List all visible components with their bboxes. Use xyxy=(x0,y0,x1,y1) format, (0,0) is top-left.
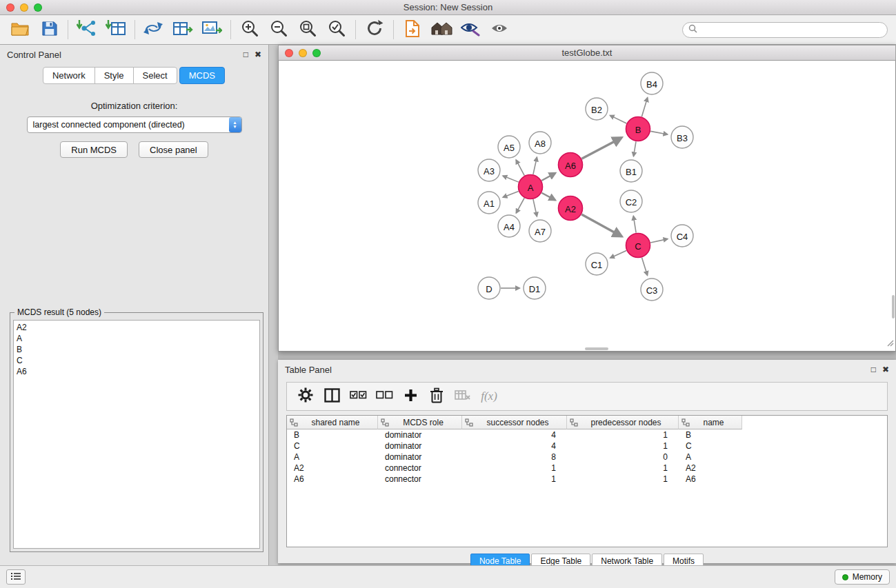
close-table-panel-icon[interactable]: ✖ xyxy=(882,365,889,374)
network-node-B2[interactable]: B2 xyxy=(586,98,608,120)
table-cell[interactable]: 1 xyxy=(567,474,679,484)
show-columns-button[interactable] xyxy=(320,385,344,407)
import-network-button[interactable] xyxy=(72,18,101,41)
export-image-button[interactable] xyxy=(197,18,226,41)
mcds-result-list[interactable]: A2ABCA6 xyxy=(13,320,260,549)
zoom-fit-button[interactable] xyxy=(293,18,322,41)
network-node-A4[interactable]: A4 xyxy=(498,215,520,237)
select-all-button[interactable] xyxy=(346,385,370,407)
network-edge-A-A3[interactable] xyxy=(503,176,519,182)
zoom-in-button[interactable] xyxy=(235,18,264,41)
network-edge-C-C2[interactable] xyxy=(633,216,636,232)
column-header-successor-nodes[interactable]: successor nodes xyxy=(462,416,567,429)
table-cell[interactable]: A6 xyxy=(679,474,742,484)
float-table-panel-icon[interactable]: □ xyxy=(871,365,876,374)
window-titlebar[interactable]: Session: New Session xyxy=(0,0,896,15)
network-edge-C-C4[interactable] xyxy=(650,239,668,243)
delete-column-button[interactable] xyxy=(425,385,448,407)
network-node-A3[interactable]: A3 xyxy=(478,159,500,181)
table-cell[interactable]: 4 xyxy=(462,430,567,440)
network-edge-A-A4[interactable] xyxy=(516,198,524,213)
network-edge-A-A2[interactable] xyxy=(541,193,555,201)
table-cell[interactable]: A xyxy=(679,452,742,462)
network-edge-A6-B[interactable] xyxy=(581,138,621,159)
network-node-A7[interactable]: A7 xyxy=(529,220,551,242)
network-graph[interactable]: B4B2BB3A5A8A6B1A3AC2A1A2A4A7C4CC1C3DD1 xyxy=(279,61,895,351)
network-edge-B-B3[interactable] xyxy=(650,131,668,134)
table-cell[interactable]: 1 xyxy=(462,474,567,484)
table-cell[interactable]: connector xyxy=(378,463,462,473)
network-edge-B-B4[interactable] xyxy=(641,98,647,117)
table-cell[interactable]: A6 xyxy=(287,474,378,484)
table-cell[interactable]: 0 xyxy=(567,452,679,462)
network-edge-A-A6[interactable] xyxy=(541,173,555,181)
export-table-button[interactable] xyxy=(168,18,197,41)
result-item[interactable]: A6 xyxy=(17,366,259,377)
network-edge-B-B1[interactable] xyxy=(633,141,636,156)
network-node-A6[interactable]: A6 xyxy=(559,153,583,177)
visibility-button[interactable] xyxy=(485,18,514,41)
network-edge-A2-C[interactable] xyxy=(581,214,621,236)
network-node-B4[interactable]: B4 xyxy=(641,72,663,94)
table-cell[interactable]: C xyxy=(287,441,378,451)
table-row[interactable]: A6connector11A6 xyxy=(287,474,887,485)
table-cell[interactable]: A2 xyxy=(679,463,742,473)
network-edge-A-A8[interactable] xyxy=(533,157,537,174)
result-item[interactable]: B xyxy=(17,344,259,355)
network-node-C[interactable]: C xyxy=(626,234,650,258)
column-header-mcds-role[interactable]: MCDS role xyxy=(378,416,462,429)
table-cell[interactable]: B xyxy=(287,430,378,440)
network-node-B3[interactable]: B3 xyxy=(671,126,693,148)
table-row[interactable]: Adominator80A xyxy=(287,452,887,463)
network-edge-C-C3[interactable] xyxy=(642,258,648,276)
network-node-A8[interactable]: A8 xyxy=(529,132,551,154)
network-node-C2[interactable]: C2 xyxy=(620,190,642,212)
table-cell[interactable]: dominator xyxy=(378,430,462,440)
table-cell[interactable]: 1 xyxy=(567,430,679,440)
run-mcds-button[interactable]: Run MCDS xyxy=(60,141,128,158)
tab-style[interactable]: Style xyxy=(94,67,134,84)
tab-select[interactable]: Select xyxy=(133,67,177,84)
table-cell[interactable]: C xyxy=(679,441,742,451)
network-canvas[interactable]: B4B2BB3A5A8A6B1A3AC2A1A2A4A7C4CC1C3DD1 xyxy=(278,61,896,352)
table-cell[interactable]: 1 xyxy=(567,441,679,451)
column-header-name[interactable]: name xyxy=(679,416,742,429)
table-row[interactable]: A2connector11A2 xyxy=(287,463,887,474)
network-node-A2[interactable]: A2 xyxy=(559,196,583,221)
add-column-button[interactable] xyxy=(399,385,422,407)
delete-table-button[interactable] xyxy=(451,385,475,407)
search-input[interactable] xyxy=(701,25,882,34)
result-item[interactable]: A2 xyxy=(17,322,259,333)
optimization-criterion-select[interactable]: largest connected component (directed) ▲… xyxy=(27,116,242,133)
horizontal-scrollbar-thumb[interactable] xyxy=(585,347,608,350)
network-edge-C-C1[interactable] xyxy=(610,251,627,258)
table-cell[interactable]: 1 xyxy=(567,463,679,473)
resize-grip-icon[interactable] xyxy=(886,337,894,349)
deselect-all-button[interactable] xyxy=(372,385,396,407)
refresh-button[interactable] xyxy=(360,18,389,41)
close-panel-icon[interactable]: ✖ xyxy=(255,50,261,59)
zoom-selected-button[interactable] xyxy=(322,18,351,41)
float-panel-icon[interactable]: □ xyxy=(243,50,248,59)
task-history-button[interactable] xyxy=(6,569,26,585)
network-window-titlebar[interactable]: testGlobe.txt xyxy=(278,45,896,61)
network-edge-A-A1[interactable] xyxy=(503,192,519,198)
tab-mcds[interactable]: MCDS xyxy=(179,67,225,84)
table-cell[interactable]: A xyxy=(287,452,378,462)
network-edge-A-A7[interactable] xyxy=(533,199,537,216)
network-node-A5[interactable]: A5 xyxy=(498,136,520,158)
network-node-D[interactable]: D xyxy=(478,277,500,299)
network-node-D1[interactable]: D1 xyxy=(524,277,546,299)
zoom-out-button[interactable] xyxy=(264,18,293,41)
network-node-A1[interactable]: A1 xyxy=(478,192,500,214)
close-panel-button[interactable]: Close panel xyxy=(139,141,208,158)
table-cell[interactable]: dominator xyxy=(378,452,462,462)
table-row[interactable]: Bdominator41B xyxy=(287,429,887,440)
export-network-button[interactable] xyxy=(139,18,168,41)
network-edge-B-B2[interactable] xyxy=(610,115,626,123)
column-header-shared-name[interactable]: shared name xyxy=(287,416,378,429)
home-button[interactable] xyxy=(427,18,456,41)
table-cell[interactable]: 8 xyxy=(462,452,567,462)
table-cell[interactable]: A2 xyxy=(287,463,378,473)
network-node-C4[interactable]: C4 xyxy=(671,225,693,247)
